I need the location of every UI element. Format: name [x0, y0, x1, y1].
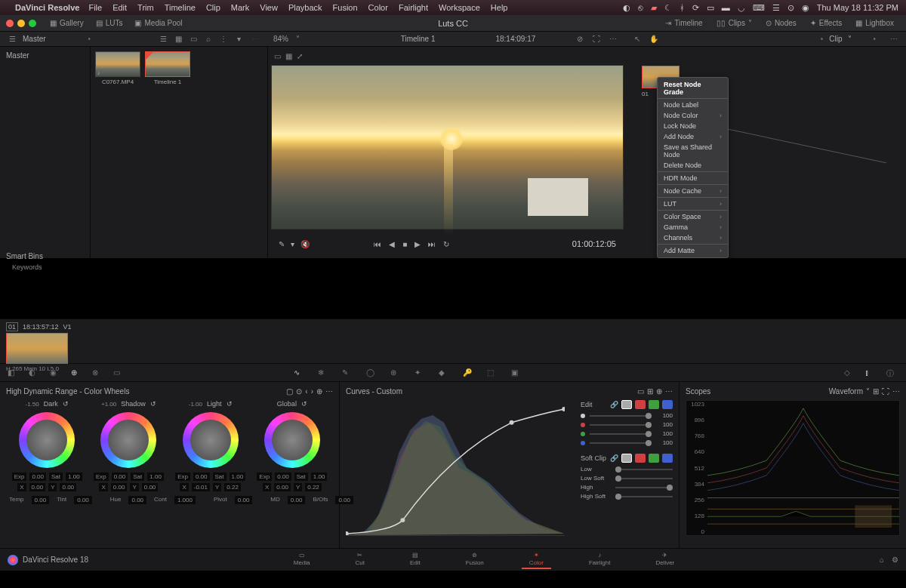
- master-bin[interactable]: Master: [3, 50, 87, 61]
- effects-tab[interactable]: ✦ Effects: [804, 17, 848, 29]
- reverse-icon[interactable]: ◀: [389, 240, 395, 248]
- wifi-icon[interactable]: ◡: [738, 3, 745, 13]
- menu-playback[interactable]: Playback: [288, 3, 322, 12]
- tracker-icon[interactable]: ⊕: [390, 368, 402, 377]
- hand-icon[interactable]: ✋: [648, 33, 660, 45]
- zone-icon[interactable]: ▢: [286, 387, 293, 396]
- color-wheel-dark[interactable]: [19, 412, 75, 468]
- expand-icon[interactable]: ⛶: [882, 387, 889, 396]
- exp-val[interactable]: 0.00: [193, 473, 210, 481]
- channel-r[interactable]: [635, 454, 646, 463]
- menu-file[interactable]: File: [88, 3, 102, 12]
- search-icon[interactable]: ⊙: [787, 3, 794, 13]
- mode-icon[interactable]: ⊞: [647, 387, 653, 396]
- smartbins-keywords[interactable]: Keywords: [6, 263, 85, 271]
- x-val[interactable]: 0.00: [111, 483, 128, 491]
- reset-icon[interactable]: ⊕: [316, 387, 322, 396]
- md-val[interactable]: 0.00: [288, 496, 306, 504]
- node-graph[interactable]: 01 Reset Node Grade Node Label Node Colo…: [627, 47, 906, 258]
- timeline-tab[interactable]: ⇥ Timeline: [659, 17, 708, 29]
- next-clip-icon[interactable]: ⏭: [428, 240, 436, 248]
- link-icon[interactable]: 🔗: [610, 454, 618, 462]
- channel-b[interactable]: [662, 454, 673, 463]
- sort-icon[interactable]: ▾: [233, 33, 245, 45]
- chevron-down-icon[interactable]: ˅: [866, 387, 870, 396]
- prev-icon[interactable]: ‹: [305, 387, 307, 396]
- reset-icon[interactable]: ↺: [226, 400, 233, 408]
- sync-icon[interactable]: ⟳: [692, 3, 699, 13]
- layout-icon[interactable]: ⊞: [873, 387, 879, 396]
- view-grid-icon[interactable]: ▦: [172, 33, 184, 45]
- siri-icon[interactable]: ◉: [802, 3, 809, 13]
- wheel-mode-icon[interactable]: ⊙: [296, 387, 302, 396]
- sat-val[interactable]: 1.00: [147, 473, 164, 481]
- intensity-slider-r[interactable]: 100: [581, 421, 673, 428]
- channel-g[interactable]: [649, 400, 659, 409]
- mute-icon[interactable]: 🔇: [300, 240, 310, 248]
- exp-val[interactable]: 0.00: [275, 473, 291, 481]
- curves-graph[interactable]: [346, 400, 565, 536]
- page-deliver[interactable]: ✈Deliver: [648, 550, 682, 569]
- page-fusion[interactable]: ⊚Fusion: [458, 550, 492, 569]
- pivot-val[interactable]: 0.00: [235, 496, 253, 504]
- play-icon[interactable]: ▶: [414, 240, 421, 248]
- menu-add-matte[interactable]: Add Matte›: [658, 245, 728, 256]
- menu-save-shared[interactable]: Save as Shared Node: [658, 142, 728, 160]
- clock[interactable]: Thu May 18 11:32 PM: [817, 3, 898, 12]
- x-val[interactable]: 0.00: [274, 483, 291, 491]
- page-media[interactable]: ▭Media: [286, 550, 318, 569]
- color-wheel-light[interactable]: [183, 412, 239, 468]
- settings-icon[interactable]: ⚙: [892, 556, 898, 564]
- highlight-icon[interactable]: ▦: [285, 52, 292, 60]
- next-icon[interactable]: ›: [311, 387, 313, 396]
- channel-g[interactable]: [649, 454, 659, 463]
- timeline-name[interactable]: Timeline 1: [401, 35, 436, 43]
- sat-val[interactable]: 1.00: [230, 473, 246, 481]
- view-list-icon[interactable]: ☰: [157, 33, 169, 45]
- more-icon[interactable]: ⋯: [892, 387, 900, 396]
- y-val[interactable]: 0.00: [142, 483, 159, 491]
- battery-icon[interactable]: ▬: [722, 3, 730, 12]
- list-icon[interactable]: ☰: [6, 33, 18, 45]
- loop-icon[interactable]: ↻: [443, 240, 449, 248]
- key-icon[interactable]: 🔑: [463, 368, 475, 377]
- dnd-icon[interactable]: ☾: [664, 3, 672, 13]
- info-icon[interactable]: ⓘ: [886, 368, 898, 377]
- channel-b[interactable]: [662, 400, 673, 409]
- display-icon[interactable]: ▭: [707, 3, 714, 13]
- search-icon[interactable]: ⌕: [202, 33, 214, 45]
- menu-fairlight[interactable]: Fairlight: [399, 3, 428, 12]
- high-slider[interactable]: High: [581, 484, 673, 491]
- channel-y[interactable]: [621, 454, 632, 463]
- highsoft-slider[interactable]: High Soft: [581, 493, 673, 500]
- luts-tab[interactable]: ▤ LUTs: [90, 17, 129, 29]
- more-icon[interactable]: ⋯: [665, 387, 673, 396]
- marker-icon[interactable]: ▾: [291, 240, 294, 248]
- chevron-down-icon[interactable]: ˅: [848, 35, 852, 43]
- motion-icon[interactable]: ▭: [113, 368, 125, 377]
- 3d-icon[interactable]: ▣: [511, 368, 523, 377]
- menu-node-label[interactable]: Node Label: [658, 100, 728, 110]
- overlay-icon[interactable]: ▭: [274, 52, 281, 60]
- clip-thumb[interactable]: Timeline 1: [145, 51, 190, 85]
- camera-raw-icon[interactable]: ◧: [8, 368, 20, 377]
- intensity-slider-g[interactable]: 100: [581, 430, 673, 437]
- menu-mark[interactable]: Mark: [231, 3, 249, 12]
- scope-mode[interactable]: Waveform: [829, 387, 863, 396]
- page-fairlight[interactable]: ♪Fairlight: [581, 550, 618, 569]
- magic-mask-icon[interactable]: ✦: [414, 368, 427, 377]
- tint-val[interactable]: 0.00: [74, 496, 92, 504]
- temp-val[interactable]: 0.00: [32, 496, 50, 504]
- app-name[interactable]: DaVinci Resolve: [15, 3, 79, 12]
- hue-val[interactable]: 0.00: [128, 496, 146, 504]
- reset-icon[interactable]: ↺: [301, 400, 307, 408]
- lowsoft-slider[interactable]: Low Soft: [581, 475, 673, 482]
- keyboard-icon[interactable]: ⌨: [753, 3, 765, 13]
- expand-icon[interactable]: ⤢: [297, 52, 303, 60]
- lightbox-tab[interactable]: ▦ Lightbox: [849, 17, 900, 29]
- channel-r[interactable]: [635, 400, 646, 409]
- menu-edit[interactable]: Edit: [112, 3, 127, 12]
- gallery-tab[interactable]: ▦ Gallery: [44, 17, 90, 29]
- channel-y[interactable]: [621, 400, 632, 409]
- curves-icon[interactable]: ∿: [294, 368, 306, 377]
